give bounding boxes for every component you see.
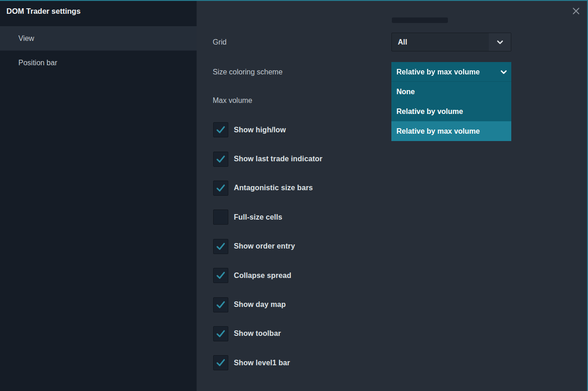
size-coloring-dropdown-open: Relative by max volume NoneRelative by v…	[391, 62, 511, 141]
max-volume-label: Max volume	[213, 91, 252, 110]
checkbox-label: Show high/low	[234, 126, 286, 134]
checkbox-checked[interactable]	[213, 268, 228, 283]
checkbox-row-show-day-map[interactable]: Show day map	[213, 290, 322, 319]
checkbox-row-show-last-trade-indicator[interactable]: Show last trade indicator	[213, 144, 322, 173]
size-coloring-options: NoneRelative by volumeRelative by max vo…	[391, 82, 511, 141]
check-icon	[215, 125, 226, 135]
size-coloring-select-value: Relative by max volume	[396, 68, 499, 76]
checkbox-row-show-high-low[interactable]: Show high/low	[213, 115, 322, 144]
check-icon	[215, 183, 226, 193]
checkbox-row-show-order-entry[interactable]: Show order entry	[213, 232, 322, 261]
checkbox-list: Show high/lowShow last trade indicatorAn…	[213, 115, 322, 378]
checkbox-label: Show last trade indicator	[234, 155, 322, 163]
sidebar-item-position-bar[interactable]: Position bar	[0, 51, 197, 75]
sidebar-item-view[interactable]: View	[0, 26, 197, 51]
checkbox-checked[interactable]	[213, 326, 228, 341]
checkbox-label: Collapse spread	[234, 272, 291, 280]
size-coloring-scheme-label: Size coloring scheme	[213, 62, 283, 82]
close-icon	[571, 6, 581, 16]
checkbox-label: Show order entry	[234, 242, 295, 250]
chevron-down-icon	[489, 33, 511, 51]
chevron-down-icon	[500, 70, 507, 74]
checkbox-checked[interactable]	[213, 239, 228, 254]
checkbox-checked[interactable]	[213, 152, 228, 167]
close-button[interactable]	[570, 5, 582, 17]
dialog-title: DOM Trader settings	[0, 1, 197, 21]
dropdown-option-relative-by-max-volume[interactable]: Relative by max volume	[391, 121, 511, 141]
grid-select[interactable]: All	[391, 33, 511, 51]
dropdown-option-none[interactable]: None	[391, 82, 511, 102]
checkbox-label: Show level1 bar	[234, 359, 290, 367]
dropdown-option-relative-by-volume[interactable]: Relative by volume	[391, 102, 511, 121]
check-icon	[215, 154, 226, 164]
grid-select-value: All	[398, 38, 407, 46]
clipped-element-bar	[392, 17, 448, 23]
sidebar-nav: ViewPosition bar	[0, 26, 197, 75]
sidebar: DOM Trader settings ViewPosition bar	[0, 1, 197, 391]
checkbox-row-antagonistic-size-bars[interactable]: Antagonistic size bars	[213, 174, 322, 203]
checkbox-checked[interactable]	[213, 355, 228, 370]
check-icon	[215, 300, 226, 310]
checkbox-row-full-size-cells[interactable]: Full-size cells	[213, 203, 322, 232]
checkbox-label: Full-size cells	[234, 213, 283, 221]
check-icon	[215, 270, 226, 281]
checkbox-label: Show toolbar	[234, 329, 281, 338]
checkbox-row-collapse-spread[interactable]: Collapse spread	[213, 261, 322, 290]
checkbox-label: Antagonistic size bars	[234, 184, 313, 192]
check-icon	[215, 241, 226, 252]
checkbox-checked[interactable]	[213, 122, 228, 137]
checkbox-label: Show day map	[234, 300, 286, 309]
check-icon	[215, 357, 226, 368]
checkbox-unchecked[interactable]	[213, 210, 228, 225]
grid-label: Grid	[213, 33, 226, 51]
check-icon	[215, 329, 226, 339]
checkbox-row-show-level1-bar[interactable]: Show level1 bar	[213, 348, 322, 377]
checkbox-checked[interactable]	[213, 297, 228, 312]
checkbox-checked[interactable]	[213, 181, 228, 196]
dom-trader-settings-dialog: DOM Trader settings ViewPosition bar Gri…	[0, 0, 588, 391]
size-coloring-select[interactable]: Relative by max volume	[391, 62, 511, 82]
checkbox-row-show-toolbar[interactable]: Show toolbar	[213, 319, 322, 348]
